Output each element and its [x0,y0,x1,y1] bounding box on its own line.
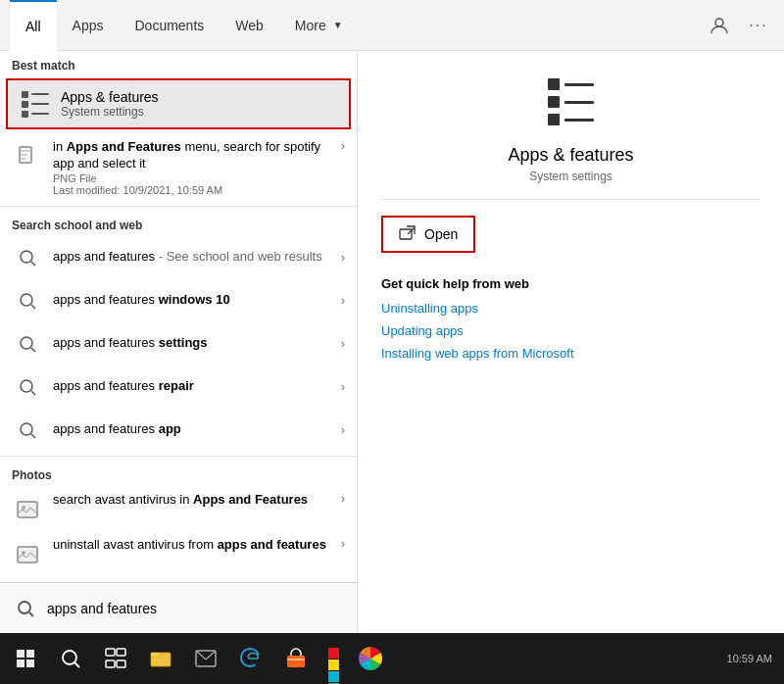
web-result-2-content: apps and features windows 10 [53,292,337,309]
quick-help-title: Get quick help from web [381,276,760,291]
svg-rect-18 [400,229,412,239]
search-circle-icon-5 [12,415,43,446]
taskbar-search-button[interactable] [49,637,92,680]
web-result-4-title: apps and features repair [53,378,337,395]
edge-button[interactable] [229,637,272,680]
app-icon-container [381,71,760,133]
web-result-2-chevron: › [341,294,345,308]
svg-line-9 [31,391,35,395]
mail-button[interactable] [184,637,227,680]
search-input[interactable] [47,601,345,616]
file-result-type: PNG File [53,172,337,184]
svg-rect-21 [26,650,34,658]
web-result-settings[interactable]: apps and features settings › [0,322,357,366]
best-match-label: Best match [0,51,357,76]
svg-rect-27 [117,649,125,656]
svg-line-17 [29,612,33,616]
photos-result-1[interactable]: search avast antivirus in Apps and Featu… [0,486,357,531]
svg-rect-26 [106,649,115,656]
web-result-4-content: apps and features repair [53,378,337,395]
user-icon[interactable] [704,10,735,41]
svg-rect-20 [17,650,24,658]
best-match-item[interactable]: Apps & features System settings [6,78,351,129]
color-circle-button[interactable] [349,637,392,680]
quick-help-link-uninstalling[interactable]: Uninstalling apps [381,301,760,316]
start-menu: All Apps Documents Web More ▼ ··· [0,0,784,684]
svg-point-10 [21,423,32,435]
search-circle-icon-2 [12,285,43,317]
file-icon [12,141,43,172]
tab-web[interactable]: Web [220,0,279,51]
tab-documents[interactable]: Documents [119,0,220,51]
tab-apps[interactable]: Apps [57,0,120,51]
web-result-repair[interactable]: apps and features repair › [0,366,357,409]
photos-result-2[interactable]: uninstall avast antivirus from apps and … [0,531,357,576]
svg-line-7 [31,348,35,352]
svg-point-8 [21,380,32,392]
web-result-5-title: apps and features app [53,421,337,438]
web-result-windows10[interactable]: apps and features windows 10 › [0,279,357,322]
web-result-app[interactable]: apps and features app › [0,409,357,452]
web-result-1-content: apps and features - See school and web r… [53,249,337,266]
svg-point-4 [21,294,32,306]
file-result-content: in Apps and Features menu, search for sp… [53,139,337,196]
open-icon [399,225,416,243]
apps-features-small-icon [20,88,51,120]
open-label: Open [424,226,458,242]
file-explorer-button[interactable] [139,637,182,680]
photos-icon [12,494,43,525]
svg-rect-33 [287,656,305,667]
web-result-2-title: apps and features windows 10 [53,292,337,309]
web-result-3-content: apps and features settings [53,335,337,352]
web-result-5-chevron: › [341,423,345,437]
tab-all[interactable]: All [10,0,57,51]
photos-icon-2 [12,539,43,570]
best-match-subtitle: System settings [61,105,159,119]
svg-point-24 [63,651,76,664]
file-result-item[interactable]: in Apps and Features menu, search for sp… [0,131,357,202]
svg-point-0 [715,19,723,26]
right-app-sub: System settings [381,170,760,183]
tab-more[interactable]: More ▼ [279,0,359,51]
quick-help-link-updating[interactable]: Updating apps [381,323,760,338]
svg-rect-23 [26,660,34,667]
svg-line-25 [74,662,79,667]
task-view-button[interactable] [94,637,137,680]
web-result-4-chevron: › [341,380,345,394]
svg-rect-31 [151,653,159,656]
right-app-title: Apps & features [381,145,760,166]
apps-features-large-icon [540,71,603,133]
more-options-icon[interactable]: ··· [743,10,774,41]
left-panel: Best match [0,51,358,633]
web-result-1-chevron: › [341,251,345,265]
tiles-button[interactable] [319,645,347,672]
system-time: 10:59 AM [727,653,772,664]
svg-rect-28 [106,660,115,667]
tabs-right-actions: ··· [704,10,774,41]
divider-2 [0,456,357,457]
search-school-label: Search school and web [0,211,357,236]
start-button[interactable] [4,637,47,680]
open-button[interactable]: Open [381,216,475,253]
best-match-title: Apps & features [61,89,159,105]
photos-result-1-chevron: › [341,492,345,506]
web-result-apps-features[interactable]: apps and features - See school and web r… [0,236,357,279]
tab-bar: All Apps Documents Web More ▼ ··· [0,0,784,51]
svg-line-11 [31,434,35,438]
svg-point-13 [22,506,25,510]
web-result-1-title: apps and features - See school and web r… [53,249,337,266]
svg-point-6 [21,337,32,349]
photos-label: Photos [0,461,357,486]
web-result-3-title: apps and features settings [53,335,337,352]
svg-point-16 [19,602,30,613]
search-bar-icon [12,595,39,622]
photos-result-2-content: uninstall avast antivirus from apps and … [53,537,337,554]
right-panel: Apps & features System settings Open Get… [358,51,784,633]
search-bar [0,582,357,633]
svg-line-3 [31,262,35,266]
store-button[interactable] [274,637,318,680]
file-result-title: in Apps and Features menu, search for sp… [53,139,337,172]
file-result-date: Last modified: 10/9/2021, 10:59 AM [53,184,337,196]
quick-help-link-installing[interactable]: Installing web apps from Microsoft [381,346,760,361]
divider-1 [0,206,357,207]
